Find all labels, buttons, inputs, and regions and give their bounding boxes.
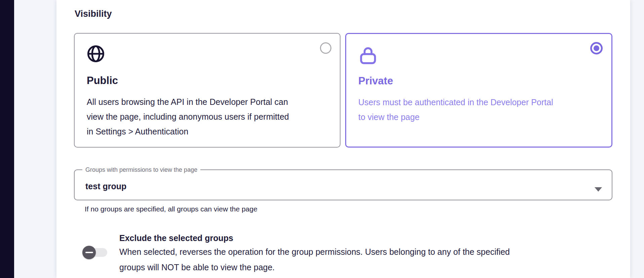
private-option-description: Users must be authenticated in the Devel… [358,95,598,124]
page-settings-panel: Visibility Public All users browsing the… [56,0,630,278]
private-option-title: Private [358,75,598,87]
minus-icon[interactable] [82,246,96,259]
app-sidebar [0,0,14,278]
public-desc-line: view the page, including anonymous users… [87,109,326,124]
groups-helper-text: If no groups are specified, all groups c… [85,205,612,213]
exclude-groups-label: Exclude the selected groups [119,233,510,243]
public-desc-line: in Settings > Authentication [87,124,326,139]
exclude-groups-text: Exclude the selected groups When selecte… [119,233,510,275]
visibility-option-public[interactable]: Public All users browsing the API in the… [74,33,340,148]
public-option-description: All users browsing the API in the Develo… [87,94,326,139]
private-desc-line: to view the page [358,110,598,124]
visibility-option-private[interactable]: Private Users must be authenticated in t… [345,33,612,148]
caret-down-icon[interactable] [595,187,602,192]
globe-icon [87,45,326,65]
public-option-title: Public [87,75,326,86]
exclude-groups-row: Exclude the selected groups When selecte… [74,233,612,275]
exclude-groups-description: When selected, reverses the operation fo… [119,244,510,275]
visibility-section-title: Visibility [75,9,612,18]
public-desc-line: All users browsing the API in the Develo… [87,94,326,109]
lock-icon [358,45,598,65]
groups-select[interactable]: Groups with permissions to view the page… [74,167,612,200]
groups-select-label: Groups with permissions to view the page [82,167,200,173]
private-desc-line: Users must be authenticated in the Devel… [358,95,598,110]
exclude-groups-toggle[interactable] [82,246,107,259]
exclude-desc-line: groups will NOT be able to view the page… [119,260,510,275]
public-radio-button[interactable] [320,42,331,54]
visibility-options: Public All users browsing the API in the… [74,33,612,148]
groups-select-value: test group [85,182,126,191]
exclude-desc-line: When selected, reverses the operation fo… [119,244,510,260]
private-radio-button[interactable] [590,42,603,54]
